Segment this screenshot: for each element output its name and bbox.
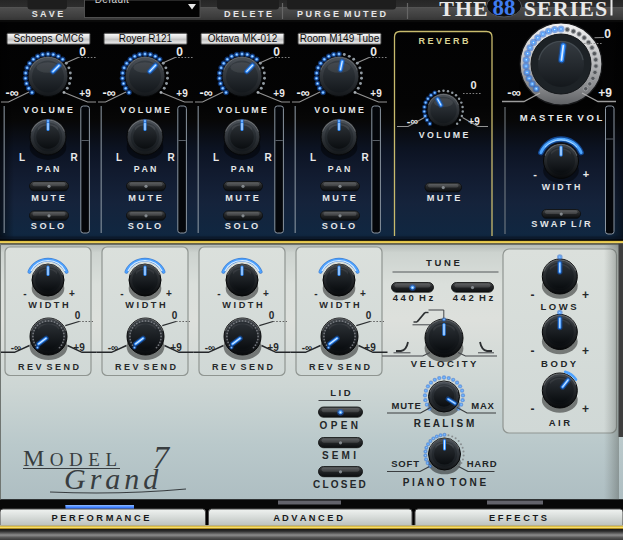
svg-text:4 4 0 H z: 4 4 0 H z xyxy=(393,292,434,303)
svg-text:W I D T H: W I D T H xyxy=(222,300,263,310)
svg-text:HARD: HARD xyxy=(467,458,498,469)
svg-text:P E R F O R M A N C E: P E R F O R M A N C E xyxy=(52,513,150,523)
svg-text:+: + xyxy=(582,288,589,302)
svg-text:Oktava MK-012: Oktava MK-012 xyxy=(208,33,278,44)
svg-text:V O L U M E: V O L U M E xyxy=(23,105,73,115)
svg-text:V O L U M E: V O L U M E xyxy=(314,105,364,115)
svg-text:+: + xyxy=(263,288,269,299)
svg-text:+: + xyxy=(583,168,589,180)
svg-text:R: R xyxy=(167,152,175,163)
svg-text:-: - xyxy=(217,288,220,299)
svg-text:W I D T H: W I D T H xyxy=(28,300,69,310)
svg-text:T U N E: T U N E xyxy=(426,257,460,268)
svg-text:M U T E: M U T E xyxy=(427,193,461,203)
svg-text:0: 0 xyxy=(273,45,280,59)
svg-text:L: L xyxy=(19,152,25,163)
svg-text:-: - xyxy=(23,288,26,299)
svg-text:M A S T E R V O L: M A S T E R V O L xyxy=(520,112,603,123)
svg-text:0: 0 xyxy=(176,45,183,59)
svg-text:L I D: L I D xyxy=(330,387,351,398)
svg-text:P A N: P A N xyxy=(134,164,157,174)
svg-text:R E V S E N D: R E V S E N D xyxy=(212,362,274,372)
svg-text:SERIES: SERIES xyxy=(524,0,608,21)
svg-text:M U T E: M U T E xyxy=(31,193,65,203)
svg-text:+9: +9 xyxy=(176,88,188,99)
svg-text:+: + xyxy=(582,402,589,416)
svg-text:W I D T H: W I D T H xyxy=(542,182,581,192)
svg-text:+: + xyxy=(69,288,75,299)
svg-text:Royer R121: Royer R121 xyxy=(119,33,173,44)
svg-text:L: L xyxy=(116,152,122,163)
svg-text:THE: THE xyxy=(439,0,488,21)
svg-text:S O L O: S O L O xyxy=(225,221,259,231)
svg-text:L: L xyxy=(213,152,219,163)
svg-text:R E V S E N D: R E V S E N D xyxy=(309,362,371,372)
svg-text:Grand: Grand xyxy=(64,462,162,495)
svg-text:R: R xyxy=(70,152,78,163)
svg-text:R E V E R B: R E V E R B xyxy=(418,36,469,46)
svg-text:OPEN: OPEN xyxy=(320,420,362,431)
svg-text:S O L O: S O L O xyxy=(322,221,356,231)
svg-text:Default: Default xyxy=(95,0,130,5)
svg-text:M U T E: M U T E xyxy=(322,193,356,203)
svg-text:M U T E: M U T E xyxy=(225,193,259,203)
svg-text:-: - xyxy=(533,168,537,180)
svg-text:-: - xyxy=(314,288,317,299)
svg-text:-: - xyxy=(120,288,123,299)
svg-text:Room M149 Tube: Room M149 Tube xyxy=(300,33,380,44)
svg-text:V E L O C I T Y: V E L O C I T Y xyxy=(411,358,477,369)
svg-text:MUTE: MUTE xyxy=(391,400,421,411)
svg-text:CLOSED: CLOSED xyxy=(313,479,368,490)
svg-text:S A V E: S A V E xyxy=(32,9,63,19)
svg-text:E F F E C T S: E F F E C T S xyxy=(489,513,547,523)
svg-text:88: 88 xyxy=(493,0,516,20)
svg-text:-: - xyxy=(531,344,535,358)
svg-text:L O W S: L O W S xyxy=(540,301,576,312)
svg-text:+9: +9 xyxy=(273,88,285,99)
svg-text:S O L O: S O L O xyxy=(31,221,65,231)
svg-text:R E V S E N D: R E V S E N D xyxy=(18,362,80,372)
svg-text:S W A P L / R: S W A P L / R xyxy=(531,219,591,229)
svg-text:4 4 2 H z: 4 4 2 H z xyxy=(453,292,494,303)
svg-text:V O L U M E: V O L U M E xyxy=(120,105,170,115)
svg-text:R E V S E N D: R E V S E N D xyxy=(115,362,177,372)
svg-text:-∞: -∞ xyxy=(507,85,521,100)
svg-text:-: - xyxy=(531,288,535,302)
svg-text:W I D T H: W I D T H xyxy=(125,300,166,310)
svg-text:R E A L I S M: R E A L I S M xyxy=(414,418,475,429)
svg-text:-∞: -∞ xyxy=(407,115,419,127)
svg-text:0: 0 xyxy=(269,310,275,321)
svg-text:P A N: P A N xyxy=(231,164,254,174)
svg-text:0: 0 xyxy=(370,45,377,59)
svg-text:L: L xyxy=(310,152,316,163)
svg-text:D E L E T E: D E L E T E xyxy=(224,9,272,19)
svg-text:SEMI: SEMI xyxy=(322,450,359,461)
svg-text:+9: +9 xyxy=(370,88,382,99)
svg-text:+9: +9 xyxy=(79,88,91,99)
svg-text:V O L U M E: V O L U M E xyxy=(217,105,267,115)
svg-text:P A N: P A N xyxy=(328,164,351,174)
svg-text:-: - xyxy=(531,402,535,416)
svg-text:P A N: P A N xyxy=(37,164,60,174)
svg-text:Schoeps CMC6: Schoeps CMC6 xyxy=(13,33,83,44)
svg-text:M U T E: M U T E xyxy=(128,193,162,203)
svg-text:A D V A N C E D: A D V A N C E D xyxy=(273,513,343,523)
svg-text:0: 0 xyxy=(79,45,86,59)
svg-text:R: R xyxy=(264,152,272,163)
svg-text:P I A N O T O N E: P I A N O T O N E xyxy=(403,477,487,488)
svg-text:0: 0 xyxy=(172,310,178,321)
svg-text:SOFT: SOFT xyxy=(391,458,420,469)
svg-text:+9: +9 xyxy=(598,86,612,100)
svg-text:MAX: MAX xyxy=(471,400,495,411)
svg-text:+: + xyxy=(582,344,589,358)
svg-text:+: + xyxy=(166,288,172,299)
svg-text:0: 0 xyxy=(604,27,611,41)
svg-text:0: 0 xyxy=(366,310,372,321)
svg-text:R: R xyxy=(361,152,369,163)
svg-text:V O L U M E: V O L U M E xyxy=(419,130,469,140)
svg-text:0: 0 xyxy=(75,310,81,321)
svg-text:P U R G E M U T E D: P U R G E M U T E D xyxy=(297,9,386,19)
svg-text:+: + xyxy=(360,288,366,299)
svg-text:S O L O: S O L O xyxy=(128,221,162,231)
svg-text:B O D Y: B O D Y xyxy=(541,358,577,369)
